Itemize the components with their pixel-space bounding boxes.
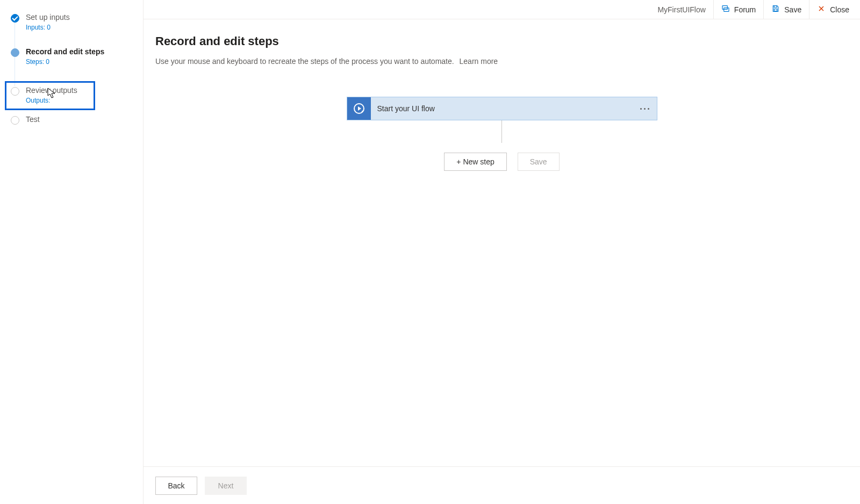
- save-button[interactable]: Save: [763, 0, 809, 19]
- step-subtitle: Outputs:: [26, 97, 95, 104]
- close-label: Close: [830, 5, 849, 14]
- svg-rect-1: [723, 8, 728, 12]
- action-card-more-button[interactable]: [633, 97, 657, 120]
- close-icon: [817, 4, 826, 15]
- close-button[interactable]: Close: [809, 0, 857, 19]
- step-completed-icon: [11, 14, 19, 23]
- step-subtitle: Steps: 0: [26, 58, 143, 66]
- flow-canvas: Start your UI flow + New step Save: [155, 97, 860, 171]
- step-pending-icon: [11, 116, 19, 125]
- svg-rect-2: [775, 9, 777, 11]
- step-title: Review outputs: [26, 86, 95, 95]
- forum-button[interactable]: Forum: [713, 0, 763, 19]
- step-subtitle: Inputs: 0: [26, 24, 143, 31]
- save-label: Save: [784, 5, 801, 14]
- wizard-sidebar: Set up inputs Inputs: 0 Record and edit …: [0, 0, 144, 504]
- step-pending-icon: [11, 87, 19, 96]
- play-reload-icon: [347, 97, 371, 120]
- wizard-step-setup-inputs[interactable]: Set up inputs Inputs: 0: [11, 13, 143, 47]
- page-title: Record and edit steps: [155, 34, 860, 48]
- flow-name: MyFirstUIFlow: [650, 5, 713, 14]
- learn-more-link[interactable]: Learn more: [460, 57, 498, 66]
- page-description: Use your mouse and keyboard to recreate …: [155, 57, 860, 66]
- forum-icon: [721, 4, 730, 15]
- action-card-start-ui-flow[interactable]: Start your UI flow: [347, 97, 657, 120]
- new-step-button[interactable]: + New step: [444, 153, 506, 171]
- action-card-label: Start your UI flow: [371, 97, 633, 120]
- step-title: Set up inputs: [26, 13, 143, 21]
- svg-rect-0: [722, 6, 727, 10]
- top-toolbar: MyFirstUIFlow Forum Save Close: [144, 0, 860, 19]
- next-button[interactable]: Next: [205, 477, 247, 495]
- step-title: Record and edit steps: [26, 47, 143, 56]
- page-description-text: Use your mouse and keyboard to recreate …: [155, 57, 454, 66]
- forum-label: Forum: [734, 5, 756, 14]
- wizard-footer: Back Next: [144, 466, 860, 504]
- main-content: Record and edit steps Use your mouse and…: [144, 19, 860, 504]
- back-button[interactable]: Back: [155, 477, 197, 495]
- canvas-save-button[interactable]: Save: [518, 153, 560, 171]
- svg-marker-6: [358, 106, 361, 111]
- flow-connector-line: [501, 120, 502, 143]
- wizard-step-record-edit[interactable]: Record and edit steps Steps: 0: [11, 47, 143, 82]
- save-icon: [771, 4, 780, 15]
- step-current-icon: [11, 48, 19, 57]
- wizard-step-test[interactable]: Test: [11, 115, 143, 140]
- step-title: Test: [26, 115, 143, 124]
- wizard-step-review-outputs[interactable]: Review outputs Outputs:: [5, 82, 95, 110]
